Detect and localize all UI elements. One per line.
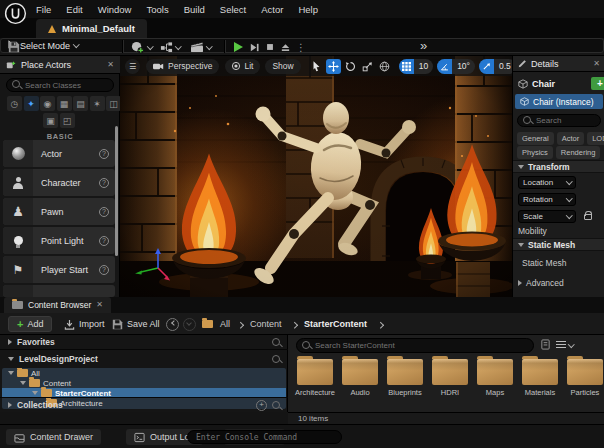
rotation-snap-control[interactable]: 10° — [437, 59, 475, 74]
tab-minimal-default[interactable]: Minimal_Default — [36, 19, 147, 38]
rotation-dropdown[interactable]: Rotation — [518, 193, 576, 206]
close-icon[interactable]: ✕ — [107, 61, 114, 69]
breadcrumb-startercontent[interactable]: StarterContent — [304, 316, 367, 332]
place-item-actor[interactable]: Actor ? — [3, 140, 115, 167]
unreal-logo-icon[interactable] — [4, 2, 27, 25]
filter-chip-actor[interactable]: Actor — [557, 132, 585, 145]
tree-item-all[interactable]: All — [2, 368, 286, 378]
console-command-input[interactable] — [187, 430, 342, 444]
skip-frame-button[interactable] — [249, 39, 260, 55]
show-flags-dropdown[interactable]: Show — [265, 59, 300, 74]
category-basic-button[interactable]: ✦ — [24, 96, 39, 111]
world-space-toggle[interactable] — [377, 59, 392, 74]
eject-button[interactable] — [280, 39, 291, 55]
forward-button[interactable] — [183, 316, 196, 332]
help-icon[interactable]: ? — [99, 265, 109, 275]
blueprints-button[interactable] — [160, 39, 181, 55]
place-item-player-start[interactable]: ⚑ Player Start ? — [3, 256, 115, 283]
close-icon[interactable]: ✕ — [593, 60, 600, 68]
move-tool-button[interactable] — [326, 59, 341, 74]
play-button[interactable] — [232, 39, 244, 55]
category-geometry-button[interactable]: ◫ — [106, 96, 121, 111]
filter-chip-general[interactable]: General — [517, 132, 554, 145]
place-item-partial[interactable] — [3, 285, 115, 297]
static-mesh-section-header[interactable]: Static Mesh — [513, 238, 604, 251]
menu-window[interactable]: Window — [98, 4, 132, 15]
content-browser-tab[interactable]: Content Browser ✕ — [4, 297, 111, 313]
folder-particles[interactable]: Particles — [564, 359, 604, 397]
stop-button[interactable] — [265, 39, 275, 55]
scale-snap-control[interactable]: 0.5 — [479, 59, 512, 74]
folder-hdri[interactable]: HDRI — [429, 359, 471, 397]
place-item-character[interactable]: Character ? — [3, 169, 115, 196]
view-mode-dropdown[interactable]: Lit — [225, 59, 260, 74]
asset-search[interactable] — [296, 338, 534, 353]
breadcrumb-content[interactable]: Content — [250, 316, 282, 332]
search-icon[interactable] — [272, 401, 280, 409]
folder-materials[interactable]: Materials — [519, 359, 561, 397]
place-item-pawn[interactable]: ♟ Pawn ? — [3, 198, 115, 225]
menu-actor[interactable]: Actor — [261, 4, 283, 15]
place-actors-scrollbar[interactable] — [115, 126, 118, 256]
help-icon[interactable]: ? — [99, 178, 109, 188]
add-actor-button[interactable] — [130, 39, 153, 55]
filter-chip-physics[interactable]: Physics — [517, 146, 553, 159]
category-all-button[interactable]: ◰ — [60, 113, 75, 128]
place-item-point-light[interactable]: Point Light ? — [3, 227, 115, 254]
menu-build[interactable]: Build — [184, 4, 205, 15]
place-actors-tab[interactable]: Place Actors ✕ — [0, 56, 120, 74]
close-icon[interactable]: ✕ — [96, 301, 103, 309]
lock-scale-icon[interactable] — [584, 214, 592, 220]
filter-button[interactable] — [556, 341, 574, 349]
menu-help[interactable]: Help — [298, 4, 318, 15]
help-icon[interactable]: ? — [99, 236, 109, 246]
help-icon[interactable]: ? — [99, 207, 109, 217]
breadcrumb-all[interactable]: All — [220, 316, 230, 332]
filter-chip-rendering[interactable]: Rendering — [556, 146, 601, 159]
menu-edit[interactable]: Edit — [66, 4, 82, 15]
search-icon[interactable] — [272, 355, 280, 363]
save-search-button[interactable] — [540, 339, 551, 350]
back-button[interactable] — [166, 316, 179, 332]
filter-chip-lod[interactable]: LOD — [587, 132, 604, 145]
select-tool-button[interactable] — [309, 59, 324, 74]
category-volumes-button[interactable]: ▣ — [43, 113, 58, 128]
scale-dropdown[interactable]: Scale — [518, 210, 576, 223]
category-recent-button[interactable]: ◷ — [7, 96, 22, 111]
rotate-tool-button[interactable] — [343, 59, 358, 74]
save-all-button[interactable]: Save All — [112, 316, 160, 332]
cinematics-button[interactable] — [190, 39, 212, 55]
toolbar-overflow-button[interactable]: » — [420, 38, 425, 53]
folder-audio[interactable]: Audio — [339, 359, 381, 397]
folder-architecture[interactable]: Architecture — [294, 359, 336, 397]
search-icon[interactable] — [272, 338, 280, 346]
import-button[interactable]: Import — [64, 316, 105, 332]
place-actors-search[interactable] — [6, 78, 114, 92]
content-drawer-button[interactable]: Content Drawer — [6, 429, 101, 445]
category-cinematic-button[interactable]: ▤ — [73, 96, 88, 111]
menu-tools[interactable]: Tools — [146, 4, 168, 15]
favorites-section[interactable]: Favorites — [0, 335, 288, 350]
menu-file[interactable]: File — [36, 4, 51, 15]
details-search[interactable] — [517, 114, 601, 127]
chair-instance-row[interactable]: Chair (Instance) — [515, 94, 603, 109]
folder-blueprints[interactable]: Blueprints — [384, 359, 426, 397]
save-button[interactable] — [8, 39, 20, 55]
scale-tool-button[interactable] — [360, 59, 375, 74]
help-icon[interactable]: ? — [99, 149, 109, 159]
category-lights-button[interactable]: ◉ — [40, 96, 55, 111]
location-dropdown[interactable]: Location — [518, 176, 576, 189]
folder-maps[interactable]: Maps — [474, 359, 516, 397]
level-viewport[interactable]: ☰ Perspective Lit Show — [120, 56, 512, 297]
category-effects-button[interactable]: ✶ — [90, 96, 105, 111]
project-section[interactable]: LevelDesignProject — [0, 351, 288, 366]
add-component-button[interactable]: + — [591, 77, 604, 90]
advanced-section-header[interactable]: Advanced — [513, 278, 604, 288]
viewport-options-menu[interactable]: ☰ — [125, 59, 140, 74]
collections-section[interactable]: Collections + — [0, 397, 288, 412]
path-folder-icon[interactable] — [202, 316, 213, 332]
details-tab[interactable]: Details ✕ — [513, 56, 604, 72]
add-button[interactable]: + Add — [8, 316, 52, 332]
transform-section-header[interactable]: Transform — [513, 160, 604, 173]
camera-mode-dropdown[interactable]: Perspective — [146, 59, 219, 74]
